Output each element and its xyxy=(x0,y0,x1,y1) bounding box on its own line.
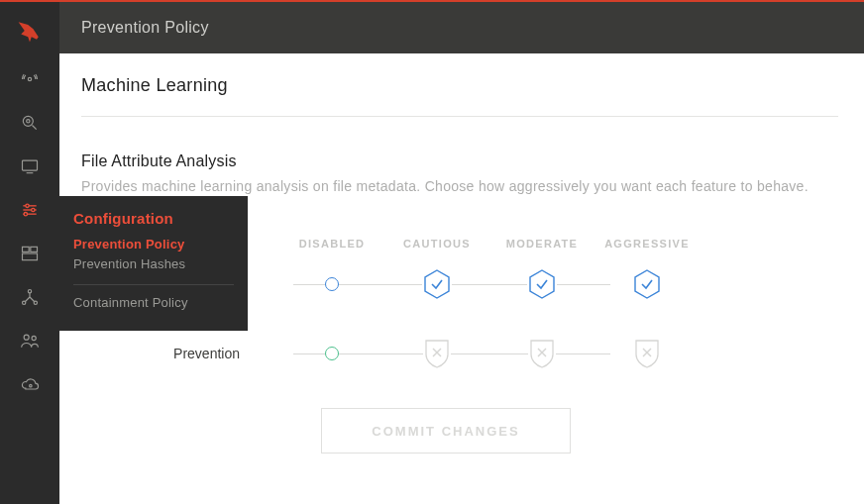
subsection-title: File Attribute Analysis xyxy=(81,152,838,170)
flyout-divider xyxy=(73,284,234,285)
subsection-description: Provides machine learning analysis on fi… xyxy=(81,178,838,194)
svg-rect-14 xyxy=(23,253,38,260)
level-cautious[interactable] xyxy=(384,269,489,299)
falcon-logo-icon[interactable] xyxy=(16,10,44,51)
svg-point-1 xyxy=(23,116,33,126)
flyout-title: Configuration xyxy=(73,210,234,227)
level-label-cautious: CAUTIOUS xyxy=(384,238,489,250)
svg-point-11 xyxy=(24,213,27,216)
hexagon-check-icon xyxy=(632,269,662,299)
flyout-item-containment-policy[interactable]: Containment Policy xyxy=(73,293,234,313)
level-cautious[interactable] xyxy=(384,339,489,368)
shield-x-icon xyxy=(528,340,556,367)
shield-x-icon xyxy=(633,340,661,367)
users-icon[interactable] xyxy=(0,319,59,362)
svg-point-3 xyxy=(27,120,30,123)
circle-icon xyxy=(325,347,339,360)
sliders-icon[interactable] xyxy=(0,188,59,232)
hexagon-check-icon xyxy=(527,269,557,299)
svg-point-15 xyxy=(28,290,31,293)
dashboard-icon[interactable] xyxy=(0,232,59,275)
slider-row-detection xyxy=(279,269,771,299)
commit-changes-button[interactable]: COMMIT CHANGES xyxy=(321,408,571,454)
svg-point-0 xyxy=(28,77,31,80)
level-disabled[interactable] xyxy=(279,339,384,368)
level-aggressive[interactable] xyxy=(594,269,700,299)
shield-x-icon xyxy=(423,340,451,367)
svg-marker-22 xyxy=(530,270,554,298)
level-label-aggressive: AGGRESSIVE xyxy=(594,238,700,250)
svg-point-19 xyxy=(32,336,36,340)
svg-rect-4 xyxy=(23,160,38,170)
level-disabled[interactable] xyxy=(279,269,384,299)
row-label: Prevention xyxy=(81,339,260,368)
svg-point-7 xyxy=(26,204,29,207)
level-moderate[interactable] xyxy=(489,339,594,368)
circle-icon xyxy=(325,277,339,291)
monitor-icon[interactable] xyxy=(0,145,59,188)
radar-icon[interactable] xyxy=(0,57,59,101)
slider-row-prevention: Prevention xyxy=(279,339,771,368)
levels-header: DISABLED CAUTIOUS MODERATE AGGRESSIVE xyxy=(279,238,771,250)
flyout-item-prevention-hashes[interactable]: Prevention Hashes xyxy=(73,254,234,274)
sidebar xyxy=(0,2,59,504)
svg-line-2 xyxy=(33,126,37,130)
divider xyxy=(81,116,838,117)
svg-point-18 xyxy=(24,335,29,340)
flyout-item-prevention-policy[interactable]: Prevention Policy xyxy=(73,235,234,254)
cloud-icon[interactable] xyxy=(0,362,59,406)
hexagon-check-icon xyxy=(422,269,452,299)
svg-rect-13 xyxy=(31,247,38,252)
network-icon[interactable] xyxy=(0,275,59,319)
svg-rect-12 xyxy=(23,247,30,252)
search-icon[interactable] xyxy=(0,101,59,145)
level-label-moderate: MODERATE xyxy=(489,238,594,250)
level-aggressive[interactable] xyxy=(594,339,700,368)
svg-marker-23 xyxy=(635,270,659,298)
svg-point-9 xyxy=(32,208,35,211)
page-header: Prevention Policy xyxy=(59,2,864,53)
svg-point-20 xyxy=(30,384,33,387)
commit-wrap: COMMIT CHANGES xyxy=(81,368,838,454)
section-title: Machine Learning xyxy=(81,75,838,96)
sidebar-flyout: Configuration Prevention Policy Preventi… xyxy=(59,196,248,331)
level-moderate[interactable] xyxy=(489,269,594,299)
page-title: Prevention Policy xyxy=(81,19,209,37)
level-label-disabled: DISABLED xyxy=(279,238,384,250)
svg-marker-21 xyxy=(425,270,449,298)
